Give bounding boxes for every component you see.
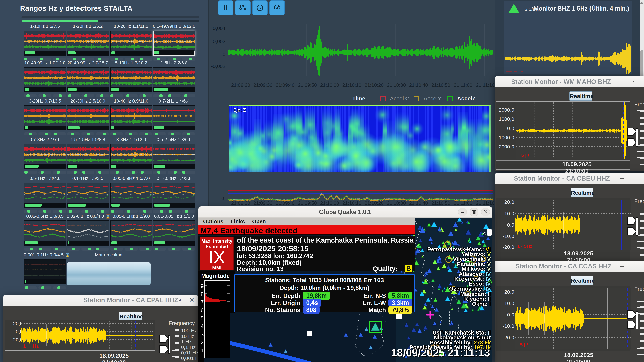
indicator-chip: [100, 94, 104, 97]
maximize-button[interactable]: ▫: [630, 78, 638, 85]
minimize-button[interactable]: –: [164, 296, 172, 304]
minimize-button[interactable]: –: [618, 174, 626, 182]
detector-indicators: [110, 132, 152, 135]
detector-thumbnail[interactable]: [110, 105, 152, 130]
detector-thumbnail[interactable]: [67, 220, 109, 246]
detector-thumbnail[interactable]: [24, 67, 66, 92]
freq-slider-handle[interactable]: [168, 335, 170, 354]
detector-thumbnail[interactable]: [153, 30, 195, 56]
detector-thumbnail[interactable]: [24, 183, 66, 208]
close-button[interactable]: ✕: [481, 208, 490, 216]
detector-thumbnail[interactable]: [24, 220, 66, 246]
indicator-track: [139, 94, 152, 97]
minimize-button[interactable]: –: [618, 78, 626, 85]
detector-thumbnail[interactable]: [153, 183, 195, 208]
indicator-chip: [116, 171, 119, 174]
realtime-button[interactable]: Realtime: [570, 276, 593, 285]
thumbnail-progress: [154, 87, 195, 92]
freq-slider-arrow-icon[interactable]: [627, 137, 636, 147]
menu-item-links[interactable]: Links: [231, 218, 245, 225]
freq-slider-arrow-icon[interactable]: [159, 334, 169, 344]
freq-slider-arrow-icon[interactable]: [627, 309, 636, 320]
detector-thumbnail[interactable]: [110, 67, 152, 92]
freq-slider-arrow-icon[interactable]: [627, 216, 636, 226]
detector-thumbnail[interactable]: [24, 105, 66, 130]
scrollbar-up-icon[interactable]: [640, 1, 643, 4]
time-tick: 21:09:50: [296, 82, 318, 88]
detector-thumbnail[interactable]: [110, 220, 152, 246]
detector-thumbnail[interactable]: [67, 105, 109, 130]
detector-thumbnail[interactable]: [67, 67, 109, 92]
pause-button[interactable]: [218, 0, 234, 15]
detector-cell-label: 0.1-1Hz 1.5/3.5: [67, 176, 109, 181]
detector-thumbnail[interactable]: [110, 144, 152, 169]
realtime-button[interactable]: Realtime: [569, 91, 592, 101]
detector-thumbnail[interactable]: [153, 220, 195, 246]
freq-slider-arrow-icon[interactable]: [627, 126, 636, 137]
maximize-button[interactable]: ▫: [176, 296, 184, 304]
detector-cell-label: 0.7-2Hz 1.4/6.4: [153, 98, 195, 104]
scrollbar-thumb[interactable]: [640, 50, 644, 78]
station-datetime: 18.09.202521:10:00: [562, 161, 592, 174]
close-button[interactable]: ✕: [188, 296, 196, 304]
clock-button[interactable]: [252, 0, 268, 15]
freq-slider-arrow-icon[interactable]: [159, 344, 169, 354]
accel-y-tick: 0,002: [205, 38, 226, 44]
indicator-chip: [113, 133, 116, 135]
filters-button[interactable]: [235, 0, 250, 15]
indicator-chip: [82, 58, 85, 60]
freq-slider-handle[interactable]: [636, 128, 638, 147]
minimize-button[interactable]: –: [458, 208, 467, 216]
freq-slider-arrow-icon[interactable]: [627, 226, 636, 237]
thumbnail-progress: [67, 203, 108, 207]
thumbnail-progress: [110, 125, 152, 130]
detector-thumbnail[interactable]: [110, 183, 152, 208]
freq-slider-handle[interactable]: [636, 217, 638, 236]
indicator-chip: [57, 171, 60, 174]
indicator-track: [53, 210, 66, 213]
detector-thumbnail[interactable]: [110, 30, 152, 56]
detector-thumbnail[interactable]: [24, 259, 66, 284]
minimize-button[interactable]: –: [618, 262, 626, 270]
legend-checkbox[interactable]: [447, 96, 453, 101]
freq-slider-arrow-icon[interactable]: [627, 320, 636, 330]
detector-thumbnail[interactable]: [153, 67, 195, 92]
frequency-ruler[interactable]: [172, 327, 179, 362]
window-titlebar[interactable]: Station Monitor - CA CPAL HHZ–▫✕: [3, 295, 198, 306]
freq-slider-handle[interactable]: [636, 311, 638, 330]
indicator-chip: [84, 94, 88, 97]
detector-thumbnail[interactable]: [67, 183, 109, 208]
station-date: 18.09.2025: [562, 161, 592, 167]
menu-item-options[interactable]: Options: [203, 218, 224, 225]
window-titlebar[interactable]: Station Monitor - CA CCAS HHZ–: [495, 261, 644, 272]
legend-checkbox[interactable]: [380, 96, 386, 101]
thumbnail-progress: [154, 50, 194, 55]
detector-indicators: [153, 94, 195, 97]
gauge-button[interactable]: [269, 0, 285, 15]
maximize-button[interactable]: ▣: [470, 208, 478, 216]
time-tick: 21:09:20: [230, 82, 252, 88]
detector-thumbnail[interactable]: [24, 144, 66, 169]
realtime-button[interactable]: Realtime: [570, 188, 593, 197]
window-titlebar[interactable]: Station Monitor - CA CBEU HHZ–: [495, 173, 644, 184]
menu-item-open[interactable]: Open: [252, 218, 266, 225]
map-layers-icon[interactable]: [487, 229, 492, 236]
window-titlebar[interactable]: Station Monitor - WM MAHO BHZ–▫: [495, 76, 644, 87]
progress-chip: [111, 51, 115, 54]
detector-cell-label: 1-5Hz 2.2/6.8: [153, 60, 195, 65]
frequency-scale-tick: 10 Hz: [181, 333, 194, 339]
detector-thumbnail[interactable]: [67, 144, 109, 169]
globalquake-titlebar[interactable]: GlobalQuake 1.0.1 – ▣ ✕: [198, 206, 492, 218]
indicator-chip: [173, 58, 176, 60]
progress-chip: [25, 165, 38, 168]
indicator-track: [168, 94, 180, 97]
detector-thumbnail[interactable]: [24, 30, 66, 56]
indicator-chip: [131, 58, 134, 60]
detector-thumbnail[interactable]: [153, 144, 195, 169]
detector-thumbnail[interactable]: [67, 30, 109, 56]
map-collapse-icon[interactable]: <: [483, 230, 486, 237]
indicator-chip: [27, 210, 30, 213]
legend-checkbox[interactable]: [414, 96, 419, 101]
detector-cell-label: 20-30Hz 2.5/10.0: [67, 98, 109, 104]
detector-thumbnail[interactable]: [153, 105, 195, 130]
